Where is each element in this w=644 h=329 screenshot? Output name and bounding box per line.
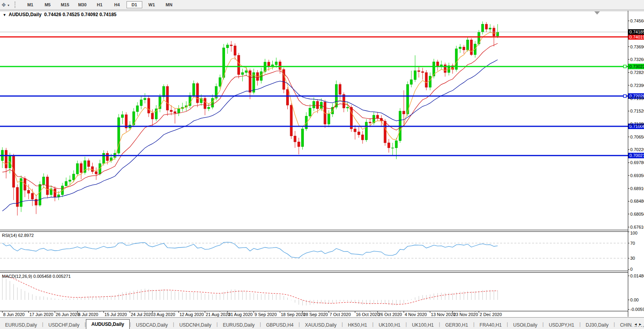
candle-body [147, 98, 150, 113]
time-label: 13 Nov 2020 [431, 312, 455, 317]
candle-body [204, 98, 206, 109]
candle-body [136, 106, 139, 112]
candle-body [346, 107, 349, 108]
hline-handle[interactable] [624, 95, 626, 98]
candle-body [31, 193, 34, 199]
candle-body [162, 87, 165, 97]
candle-body [429, 76, 431, 87]
symbol-tab-GBPUSD,H4[interactable]: GBPUSD,H4 [261, 321, 298, 329]
macd-tick-label: 0.014861 [630, 274, 644, 278]
chart-title-ohlc: 0.74426 0.74525 0.74092 0.74185 [44, 12, 117, 17]
hline-handle[interactable] [624, 65, 626, 68]
price-tick-label: 0.71950 [630, 96, 644, 101]
candle-body [54, 189, 56, 197]
candle-body [144, 98, 146, 100]
symbol-tab-EURUSD,Daily[interactable]: EURUSD,Daily [0, 321, 42, 329]
candles-layer [1, 22, 499, 216]
macd-signal-line [2, 276, 498, 305]
symbol-tabs: EURUSD,Daily|USDCHF,Daily|AUDUSD,Daily|U… [0, 319, 644, 329]
tab-scroll-left-icon[interactable]: ◄ [634, 322, 638, 326]
timeframe-button-M1[interactable]: M1 [22, 1, 38, 8]
candle-body [290, 105, 292, 136]
symbol-tab-XAUUSD,Daily[interactable]: XAUUSD,Daily [300, 321, 342, 329]
candle-body [219, 78, 221, 87]
time-label: 7 Oct 2020 [329, 312, 351, 317]
candle-body [339, 84, 341, 94]
time-label: 3 Aug 2020 [153, 312, 175, 317]
time-label: 4 Nov 2020 [405, 312, 427, 317]
candle-body [226, 45, 229, 48]
candle-body [403, 111, 405, 114]
toolbar: ✥ ▼ M1M5M15M30H1H4D1W1MN [0, 0, 644, 10]
timeframe-button-M15[interactable]: M15 [57, 1, 73, 8]
symbol-tab-USDCHF,Daily[interactable]: USDCHF,Daily [43, 321, 85, 329]
candle-body [159, 97, 161, 109]
candle-body [241, 72, 244, 74]
symbol-tab-UK100,H1[interactable]: UK100,H1 [374, 321, 406, 329]
macd-indicator-label: MACD(12,26,9) 0.005458 0.005271 [2, 274, 71, 279]
symbol-tab-HK50,H1[interactable]: HK50,H1 [343, 321, 372, 329]
price-tick-label: 0.68480 [630, 199, 644, 203]
candle-body [102, 153, 105, 163]
time-label: 12 Aug 2020 [179, 312, 204, 317]
candle-body [436, 62, 439, 67]
timeframe-buttons: M1M5M15M30H1H4D1W1MN [22, 1, 178, 8]
candle-body [28, 190, 30, 194]
candle-body [80, 164, 82, 173]
symbol-tab-USOil,Daily[interactable]: USOil,Daily [508, 321, 542, 329]
symbol-tab-USDCAD,Daily[interactable]: USDCAD,Daily [131, 321, 173, 329]
timeframe-button-MN[interactable]: MN [161, 1, 177, 8]
candle-body [208, 107, 210, 109]
symbol-tab-AUDUSD,Daily[interactable]: AUDUSD,Daily [86, 319, 130, 329]
candle-body [365, 122, 367, 140]
toolbar-grip[interactable] [15, 2, 18, 8]
symbol-tab-UK100,H1[interactable]: UK100,H1 [407, 321, 439, 329]
symbol-tab-DJ30,Daily[interactable]: DJ30,Daily [581, 321, 614, 329]
candle-body [69, 180, 71, 181]
candle-body [376, 115, 379, 118]
candle-body [414, 71, 416, 80]
symbol-tab-FRA40,H1[interactable]: FRA40,H1 [475, 321, 507, 329]
candle-body [425, 72, 428, 87]
chart-shift-marker[interactable] [594, 11, 600, 15]
candle-body [95, 172, 97, 174]
timeframe-button-H4[interactable]: H4 [109, 1, 125, 8]
candle-body [369, 122, 371, 123]
hline-1-badge-text: 0.73023 [629, 64, 644, 69]
cursor-tool-icon[interactable]: ✥ [2, 2, 6, 8]
timeframe-button-H1[interactable]: H1 [92, 1, 108, 8]
macd-tick-label: -0.00593 [630, 307, 644, 312]
candle-body [328, 114, 330, 124]
cursor-tool-dropdown-icon[interactable]: ▼ [7, 4, 10, 7]
symbol-tab-USDCNH,Daily[interactable]: USDCNH,Daily [174, 321, 216, 329]
price-tick-label: 0.71080 [630, 122, 644, 126]
symbol-tab-GER30,H1[interactable]: GER30,H1 [440, 321, 473, 329]
candle-body [275, 62, 277, 65]
chart-collapse-icon[interactable]: ▼ [3, 13, 6, 17]
rsi-indicator-label: RSI(14) 62.8972 [2, 233, 34, 238]
horizontal-lines-layer [0, 32, 628, 155]
timeframe-button-M5[interactable]: M5 [40, 1, 56, 8]
moving-averages-layer [2, 32, 498, 211]
candle-body [177, 109, 180, 113]
price-tick-label: 0.71520 [630, 109, 644, 113]
time-label: 26 Jun 2020 [56, 312, 80, 317]
rsi-tick-label: 70 [630, 241, 635, 246]
symbol-tab-EURUSD,Daily[interactable]: EURUSD,Daily [218, 321, 260, 329]
timeframe-button-M30[interactable]: M30 [74, 1, 90, 8]
tab-scroll-arrows: ◄► [631, 322, 643, 326]
tab-scroll-right-icon[interactable]: ► [638, 322, 643, 326]
symbol-tab-USDJPY,H1[interactable]: USDJPY,H1 [543, 321, 579, 329]
candle-body [485, 24, 488, 29]
timeframe-button-W1[interactable]: W1 [144, 1, 160, 8]
rsi-tick-label: 100 [630, 231, 637, 235]
time-label: 16 Oct 2020 [356, 312, 380, 317]
candle-body [73, 174, 75, 180]
candle-body [238, 55, 240, 74]
candle-body [302, 129, 304, 146]
candle-body [174, 112, 176, 113]
timeframe-button-D1[interactable]: D1 [127, 1, 142, 8]
price-tick-label: 0.67610 [630, 225, 644, 229]
candle-body [470, 40, 473, 55]
candle-body [388, 143, 390, 148]
